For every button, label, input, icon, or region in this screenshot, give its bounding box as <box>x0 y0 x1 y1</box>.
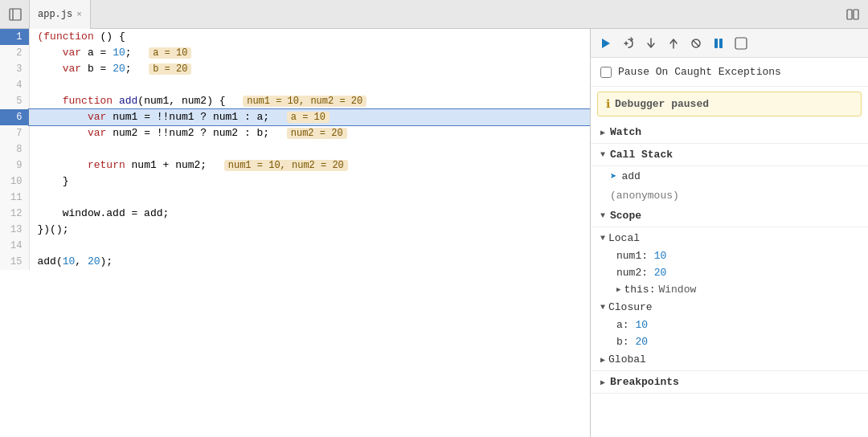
call-stack-item-anonymous[interactable]: (anonymous) <box>591 186 868 205</box>
right-panel: Pause On Caught Exceptions ℹ Debugger pa… <box>591 29 868 437</box>
code-content-3: var b = 20; b = 20 <box>29 61 590 77</box>
scope-val-num2: 20 <box>654 267 667 279</box>
local-group-header[interactable]: ▼ Local <box>591 229 868 247</box>
code-content-1: (function () { <box>29 29 590 45</box>
main-toolbar: app.js × <box>0 0 868 29</box>
call-stack-triangle-icon: ▼ <box>600 150 605 159</box>
code-line-12: 12 window.add = add; <box>0 206 590 222</box>
code-line-10: 10 } <box>0 174 590 190</box>
call-stack-item-add[interactable]: ➤ add <box>591 166 868 186</box>
code-line-15: 15 add(10, 20); <box>0 254 590 270</box>
line-number-6: 6 <box>0 109 29 125</box>
breakpoints-label: Breakpoints <box>610 376 679 388</box>
debugger-paused-text: Debugger paused <box>615 98 709 110</box>
code-content-7: var num2 = !!num2 ? num2 : b; num2 = 20 <box>29 125 590 141</box>
code-line-11: 11 <box>0 190 590 206</box>
tab-appjs[interactable]: app.js × <box>29 0 91 29</box>
line-number-14: 14 <box>0 238 29 254</box>
scope-item-num1: num1: 10 <box>591 247 868 264</box>
step-into-button[interactable] <box>642 35 660 52</box>
main-content: 1 (function () { 2 var a = 10; a = 10 3 … <box>0 29 868 437</box>
svg-rect-11 <box>714 39 718 48</box>
closure-label: Closure <box>608 301 653 313</box>
scope-item-b: b: 20 <box>591 333 868 350</box>
svg-rect-3 <box>854 10 858 19</box>
call-stack-anonymous-name: (anonymous) <box>610 190 679 202</box>
pause-script-button[interactable] <box>710 35 727 52</box>
scope-val-b: 20 <box>635 336 648 348</box>
scope-val-a: 10 <box>635 319 648 331</box>
code-content-11 <box>29 190 590 206</box>
pause-exceptions-checkbox[interactable] <box>600 67 612 78</box>
resume-button[interactable] <box>597 35 615 52</box>
deactivate-breakpoints-button[interactable] <box>687 35 705 52</box>
debugger-paused-banner: ℹ Debugger paused <box>597 92 862 116</box>
svg-rect-2 <box>847 10 852 19</box>
pause-exceptions-row: Pause On Caught Exceptions <box>591 58 868 87</box>
scope-item-this[interactable]: ▶ this: Window <box>591 281 868 298</box>
line-number-7: 7 <box>0 125 29 141</box>
scope-section: ▼ Local num1: 10 num2: 20 ▶ this: Window… <box>591 227 868 395</box>
breakpoints-section-header[interactable]: ▶ Breakpoints <box>591 370 868 394</box>
svg-line-10 <box>693 40 699 47</box>
watch-section-header[interactable]: ▶ Watch <box>591 121 868 144</box>
breakpoints-triangle-icon: ▶ <box>600 378 605 387</box>
toolbar-left: app.js × <box>6 0 841 29</box>
line-number-8: 8 <box>0 141 29 157</box>
scope-val-num1: 10 <box>654 250 667 262</box>
svg-rect-0 <box>10 9 21 20</box>
tab-filename: app.js <box>38 9 72 20</box>
scope-label: Scope <box>610 210 641 222</box>
global-triangle-icon: ▶ <box>600 355 605 365</box>
closure-triangle-icon: ▼ <box>600 303 605 312</box>
line-number-12: 12 <box>0 206 29 222</box>
split-editor-button[interactable] <box>844 6 862 23</box>
step-out-button[interactable] <box>665 35 682 52</box>
code-line-4: 4 <box>0 77 590 93</box>
line-number-5: 5 <box>0 93 29 109</box>
call-stack-add-name: add <box>621 170 640 182</box>
code-lines: 1 (function () { 2 var a = 10; a = 10 3 … <box>0 29 590 270</box>
line-number-15: 15 <box>0 254 29 270</box>
watch-triangle-icon: ▶ <box>600 128 605 137</box>
code-content-10: } <box>29 174 590 190</box>
code-panel: 1 (function () { 2 var a = 10; a = 10 3 … <box>0 29 591 437</box>
scope-item-a: a: 10 <box>591 317 868 333</box>
closure-group-header[interactable]: ▼ Closure <box>591 298 868 317</box>
code-line-9: 9 return num1 + num2; num1 = 10, num2 = … <box>0 157 590 174</box>
line-number-3: 3 <box>0 61 29 77</box>
scope-section-header[interactable]: ▼ Scope <box>591 205 868 227</box>
line-number-1: 1 <box>0 29 29 45</box>
code-line-5: 5 function add(num1, num2) { num1 = 10, … <box>0 93 590 109</box>
code-content-9: return num1 + num2; num1 = 10, num2 = 20 <box>29 157 590 174</box>
code-line-13: 13 })(); <box>0 222 590 238</box>
code-content-4 <box>29 77 590 93</box>
code-content-14 <box>29 238 590 254</box>
call-stack-section-header[interactable]: ▼ Call Stack <box>591 144 868 166</box>
watch-label: Watch <box>610 126 641 138</box>
scope-key-this: this: <box>624 284 655 296</box>
code-content-6: var num1 = !!num1 ? num1 : a; a = 10 <box>29 109 590 125</box>
line-number-4: 4 <box>0 77 29 93</box>
code-line-3: 3 var b = 20; b = 20 <box>0 61 590 77</box>
code-line-8: 8 <box>0 141 590 157</box>
panel-toggle-button[interactable] <box>6 6 24 23</box>
tab-close-button[interactable]: × <box>76 10 82 19</box>
info-icon: ℹ <box>606 97 610 111</box>
scope-item-num2: num2: 20 <box>591 264 868 281</box>
more-options-button[interactable] <box>732 35 750 52</box>
svg-rect-13 <box>735 38 747 49</box>
global-group-header[interactable]: ▶ Global <box>591 350 868 369</box>
step-over-button[interactable] <box>620 35 637 52</box>
code-content-15: add(10, 20); <box>29 254 590 270</box>
code-content-2: var a = 10; a = 10 <box>29 45 590 61</box>
scope-key-b: b: <box>616 336 635 348</box>
tab-bar: app.js × <box>29 0 91 29</box>
svg-marker-4 <box>602 39 610 48</box>
line-number-11: 11 <box>0 190 29 206</box>
call-stack-label: Call Stack <box>610 149 673 161</box>
pause-exceptions-label: Pause On Caught Exceptions <box>618 66 781 78</box>
local-triangle-icon: ▼ <box>600 234 605 243</box>
code-content-12: window.add = add; <box>29 206 590 222</box>
local-label: Local <box>608 232 640 244</box>
